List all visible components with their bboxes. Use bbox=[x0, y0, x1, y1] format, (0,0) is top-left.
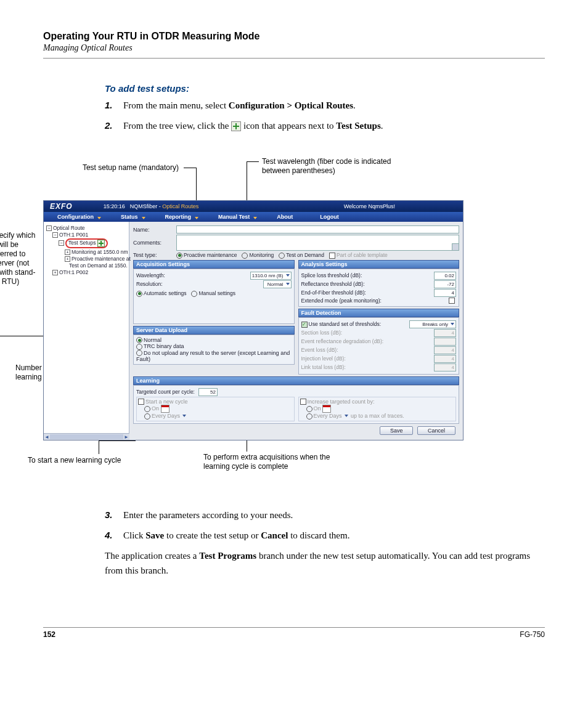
clock: 15:20:16 bbox=[79, 203, 125, 209]
label: Extended mode (peak monitoring): bbox=[301, 298, 382, 304]
plus-icon[interactable] bbox=[97, 240, 105, 247]
callout-line bbox=[184, 168, 196, 168]
radio-testondemand[interactable] bbox=[279, 253, 285, 259]
step-number: 2. bbox=[105, 119, 113, 133]
menu-about[interactable]: About bbox=[263, 214, 306, 220]
callout-setup-name: Test setup name (mandatory) bbox=[55, 163, 179, 172]
menu-configuration[interactable]: Configuration bbox=[44, 214, 107, 220]
tree-view[interactable]: −Optical Route −OTH:1 P001 −Test Setups … bbox=[44, 222, 129, 433]
tree-node[interactable]: +Monitoring at 1550.0 nm bbox=[46, 249, 126, 255]
app-body: −Optical Route −OTH:1 P001 −Test Setups … bbox=[44, 222, 463, 440]
step-text: to discard them. bbox=[288, 530, 349, 540]
scroll-track[interactable] bbox=[50, 434, 123, 439]
checkbox-start-cycle[interactable] bbox=[138, 399, 144, 405]
radio-manual[interactable] bbox=[191, 291, 197, 297]
label: Resolution: bbox=[136, 281, 163, 287]
callout-new-cycle: To start a new learning cycle bbox=[28, 456, 121, 465]
splice-input[interactable]: 0.02 bbox=[434, 272, 456, 280]
radio-upload-none[interactable] bbox=[136, 350, 142, 356]
radio-every bbox=[306, 413, 312, 420]
step-number: 4. bbox=[105, 529, 113, 543]
period-dropdown: Days bbox=[329, 413, 349, 419]
document-id: FG-750 bbox=[520, 630, 545, 639]
tree-scrollbar[interactable]: ◄ ► bbox=[44, 433, 129, 440]
label: Injection level (dB): bbox=[301, 355, 346, 362]
tree-node[interactable]: +OTH:1 P002 bbox=[46, 269, 126, 275]
app-name: NQMSfiber - bbox=[130, 203, 163, 209]
label: End-of-Fiber threshold (dB): bbox=[301, 290, 366, 296]
name-input[interactable] bbox=[176, 225, 459, 233]
tree-node[interactable]: −OTH:1 P001 bbox=[46, 232, 126, 238]
menu-logout[interactable]: Logout bbox=[306, 214, 353, 220]
step-text: icon that appears next to bbox=[243, 121, 336, 131]
label: Increase targeted count by: bbox=[308, 399, 375, 405]
callout-line bbox=[99, 440, 136, 441]
step-bold: Test Setups bbox=[336, 121, 380, 131]
tree-test-setups[interactable]: −Test Setups bbox=[46, 238, 126, 248]
upload-header: Server Data Upload bbox=[133, 326, 295, 335]
app-section: Optical Routes bbox=[162, 203, 198, 209]
tree-node[interactable]: +Proactive maintenance at bbox=[46, 256, 126, 262]
label: up to a max of bbox=[351, 413, 386, 419]
resolution-dropdown[interactable]: Normal bbox=[263, 280, 292, 288]
logo: EXFO bbox=[44, 202, 79, 211]
menu-reporting[interactable]: Reporting bbox=[152, 214, 205, 220]
procedure-title: To add test setups: bbox=[105, 83, 545, 94]
breadcrumb: NQMSfiber - Optical Routes bbox=[125, 203, 199, 209]
radio-label: Test on Demand bbox=[286, 252, 324, 258]
resize-handle-icon[interactable] bbox=[452, 243, 459, 250]
refl-input[interactable]: -72 bbox=[434, 280, 456, 288]
screenshot: EXFO 15:20:16 NQMSfiber - Optical Routes… bbox=[43, 200, 463, 440]
thresholds-dropdown[interactable]: Breaks only bbox=[409, 320, 456, 328]
step-bold: Save bbox=[145, 530, 164, 540]
label: Event loss (dB): bbox=[301, 347, 338, 353]
scroll-left-icon[interactable]: ◄ bbox=[44, 434, 50, 440]
label: Wavelength: bbox=[136, 272, 165, 278]
radio-monitoring[interactable] bbox=[242, 253, 248, 259]
fault-header: Fault Detection bbox=[298, 309, 460, 317]
target-count-input[interactable]: 52 bbox=[198, 388, 218, 396]
tree-node[interactable]: Test on Demand at 1550. bbox=[46, 262, 126, 269]
acquisition-section: Wavelength:1310.0 nm (B) Resolution:Norm… bbox=[133, 269, 295, 324]
radio-proactive[interactable] bbox=[176, 253, 182, 259]
radio-label: Automatic settings bbox=[144, 290, 186, 296]
checkbox-increase[interactable] bbox=[300, 399, 306, 405]
label: Targeted count per cycle: bbox=[136, 389, 195, 395]
menu-status[interactable]: Status bbox=[107, 214, 152, 220]
label: Reflectance threshold (dB): bbox=[301, 281, 365, 287]
tree-root[interactable]: −Optical Route bbox=[46, 225, 126, 231]
tree-panel: −Optical Route −OTH:1 P001 −Test Setups … bbox=[44, 222, 129, 440]
step-4: 4. Click Save to create the test setup o… bbox=[105, 529, 545, 543]
calendar-icon bbox=[322, 405, 331, 413]
learning-section: Targeted count per cycle: 52 Start a new… bbox=[133, 385, 459, 424]
step-bold: Cancel bbox=[261, 530, 288, 540]
radio-upload-trc[interactable] bbox=[136, 344, 142, 350]
cancel-button[interactable]: Cancel bbox=[417, 426, 455, 435]
event-loss-input: 4 bbox=[434, 346, 456, 354]
comments-input[interactable] bbox=[176, 235, 459, 251]
radio-upload-normal[interactable] bbox=[136, 337, 142, 343]
wavelength-dropdown[interactable]: 1310.0 nm (B) bbox=[250, 272, 292, 280]
step-text: From the main menu, select bbox=[123, 100, 229, 110]
eof-input[interactable]: 4 bbox=[434, 289, 456, 297]
post-note: The application creates a Test Programs … bbox=[105, 548, 545, 578]
radio-label: Manual settings bbox=[198, 290, 235, 296]
radio-label: Monitoring bbox=[249, 252, 274, 258]
label: Name: bbox=[133, 227, 176, 233]
save-button[interactable]: Save bbox=[380, 426, 414, 435]
field-name: Name: bbox=[133, 225, 459, 233]
section-loss-input: 4 bbox=[434, 329, 456, 337]
calendar-icon bbox=[161, 405, 169, 413]
label: Every bbox=[314, 413, 328, 419]
analysis-header: Analysis Settings bbox=[298, 260, 460, 269]
step-3: 3. Enter the parameters according to you… bbox=[105, 508, 545, 522]
label: Splice loss threshold (dB): bbox=[301, 272, 362, 278]
menu-manual-test[interactable]: Manual Test bbox=[205, 214, 263, 220]
radio-auto[interactable] bbox=[136, 291, 142, 297]
injection-input: 4 bbox=[434, 355, 456, 363]
button-row: Save Cancel bbox=[133, 424, 459, 437]
scroll-right-icon[interactable]: ► bbox=[123, 434, 129, 440]
checkbox-extended[interactable] bbox=[449, 298, 455, 304]
checkbox-std-thresholds[interactable] bbox=[301, 322, 308, 328]
step-2: 2. From the tree view, click the icon th… bbox=[105, 119, 545, 133]
